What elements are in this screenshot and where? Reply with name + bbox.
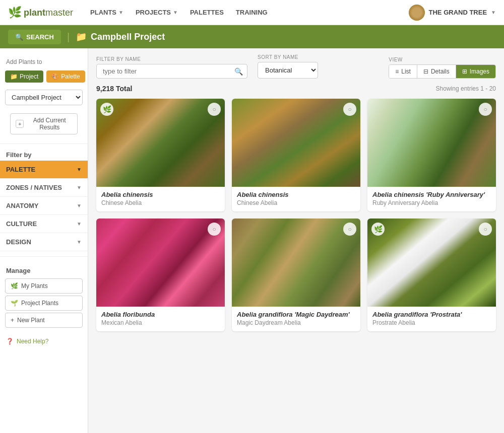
plant-info: Abelia chinensis Chinese Abelia [232,187,360,211]
new-plant-plus-icon: + [11,317,14,324]
palette-filter-arrow-icon: ▼ [77,167,82,172]
top-nav: 🌿 plantmaster PLANTS ▼ PROJECTS ▼ PALETT… [0,0,504,25]
add-plants-label: Add Plants to [0,54,88,67]
plant-info: Abelia chinensis 'Ruby Anniversary' Ruby… [367,187,496,211]
sidebar: Add Plants to 📁 Project 🎨 Palette Campbe… [0,48,88,433]
plant-card[interactable]: ○ Abelia chinensis 'Ruby Anniversary' Ru… [367,99,496,211]
palette-icon: 🎨 [51,73,59,80]
project-select[interactable]: Campbell Project [5,90,83,105]
list-icon: ≡ [395,68,399,75]
my-plants-button[interactable]: 🌿 My Plants [5,278,83,294]
main-layout: Add Plants to 📁 Project 🎨 Palette Campbe… [0,48,504,433]
filter-by-name-group: FILTER BY NAME 🔍 [96,56,247,79]
filter-palette[interactable]: PALETTE ▼ [0,161,88,179]
plant-botanical-name: Abelia grandiflora 'Magic Daydream' [237,311,355,318]
plant-info: Abelia floribunda Mexican Abelia [96,307,225,331]
filter-by-label: Filter by [0,149,88,161]
logo[interactable]: 🌿 plantmaster [8,6,73,19]
results-info: 9,218 Total Showing entries 1 - 20 [96,85,496,93]
user-arrow-icon: ▼ [491,10,496,15]
plant-add-icon[interactable]: ○ [343,223,356,236]
results-total: 9,218 Total [96,85,132,93]
add-current-results-button[interactable]: + Add Current Results [10,113,78,134]
logo-leaf-icon: 🌿 [8,6,22,19]
filter-design[interactable]: DESIGN ▼ [0,233,88,251]
nav-training[interactable]: TRAINING [231,6,273,19]
view-images-button[interactable]: ⊞ Images [456,65,495,78]
add-to-palette-button[interactable]: 🎨 Palette [46,70,85,83]
filter-culture[interactable]: CULTURE ▼ [0,215,88,233]
plant-add-icon[interactable]: ○ [208,103,221,116]
plant-image: 🌿 ○ [367,219,496,307]
culture-filter-arrow-icon: ▼ [77,221,82,227]
nav-plants[interactable]: PLANTS ▼ [85,6,129,19]
plant-common-name: Prostrate Abelia [372,319,491,326]
current-project-label: 📁 Campbell Project [76,31,165,42]
plant-leaf-icon: 🌿 [371,223,385,236]
help-icon: ❓ [6,338,14,345]
anatomy-filter-arrow-icon: ▼ [77,203,82,208]
plant-leaf-icon: 🌿 [100,103,113,116]
view-details-button[interactable]: ⊟ Details [417,65,456,78]
filter-by-name-label: FILTER BY NAME [96,56,247,62]
filter-zones-natives[interactable]: ZONES / NATIVES ▼ [0,179,88,197]
view-label: VIEW [389,57,496,62]
plant-add-icon[interactable]: ○ [343,103,356,116]
plant-add-icon[interactable]: ○ [479,103,492,116]
project-plants-icon: 🌱 [11,300,18,307]
nav-projects[interactable]: PROJECTS ▼ [131,6,183,19]
folder-small-icon: 📁 [10,73,18,80]
plant-botanical-name: Abelia chinensis 'Ruby Anniversary' [372,191,491,198]
plant-card[interactable]: ○ Abelia chinensis Chinese Abelia [232,99,360,211]
user-menu[interactable]: THE GRAND TREE ▼ [409,5,496,21]
add-plants-btns: 📁 Project 🎨 Palette [0,67,88,86]
plant-card[interactable]: 🌿 ○ Abelia grandiflora 'Prostrata' Prost… [367,219,496,331]
user-avatar [409,5,425,21]
filter-input[interactable] [101,64,234,78]
plant-image: ○ [232,219,360,307]
plant-add-icon[interactable]: ○ [208,223,221,236]
plant-botanical-name: Abelia grandiflora 'Prostrata' [372,311,491,318]
plant-info: Abelia grandiflora 'Magic Daydream' Magi… [232,307,360,331]
plant-info: Abelia grandiflora 'Prostrata' Prostrate… [367,307,496,331]
plant-image: ○ [232,99,360,187]
search-bar: 🔍 SEARCH | 📁 Campbell Project [0,25,504,48]
new-plant-button[interactable]: + New Plant [5,313,83,328]
filter-toolbar: FILTER BY NAME 🔍 SORT BY NAME Botanical … [96,54,496,79]
project-select-wrap: Campbell Project [0,86,88,109]
nav-items: PLANTS ▼ PROJECTS ▼ PALETTES TRAINING [85,6,409,19]
plant-common-name: Magic Daydream Abelia [237,319,355,326]
filter-anatomy[interactable]: ANATOMY ▼ [0,197,88,215]
plant-image: ○ [96,219,225,307]
nav-palettes[interactable]: PALETTES [185,6,229,19]
user-name: THE GRAND TREE [429,9,487,16]
plant-common-name: Ruby Anniversary Abelia [372,199,491,206]
plant-common-name: Chinese Abelia [101,199,220,206]
plant-card[interactable]: ○ Abelia grandiflora 'Magic Daydream' Ma… [232,219,360,331]
plant-card[interactable]: ○ Abelia floribunda Mexican Abelia [96,219,225,331]
add-to-project-button[interactable]: 📁 Project [5,70,43,83]
plant-card[interactable]: 🌿 ○ Abelia chinensis Chinese Abelia [96,99,225,211]
sort-by-group: SORT BY NAME Botanical [258,54,318,79]
search-button[interactable]: 🔍 SEARCH [8,30,61,44]
sort-by-label: SORT BY NAME [258,54,318,60]
plant-common-name: Mexican Abelia [101,319,220,326]
images-icon: ⊞ [462,68,467,75]
manage-label: Manage [0,262,88,276]
plant-common-name: Chinese Abelia [237,199,355,206]
plant-add-icon[interactable]: ○ [479,223,492,236]
view-buttons: ≡ List ⊟ Details ⊞ Images [389,64,496,79]
content-area: FILTER BY NAME 🔍 SORT BY NAME Botanical … [88,48,504,433]
plant-botanical-name: Abelia chinensis [101,191,220,198]
sidebar-divider [0,143,88,144]
zones-filter-arrow-icon: ▼ [77,185,82,190]
plants-arrow-icon: ▼ [118,10,123,15]
filter-search-icon: 🔍 [234,67,243,76]
plant-image: 🌿 ○ [96,99,225,187]
search-separator: | [67,31,70,43]
sort-select[interactable]: Botanical [258,62,318,79]
help-link[interactable]: ❓ Need Help? [0,330,88,353]
view-list-button[interactable]: ≡ List [389,65,417,78]
project-plants-button[interactable]: 🌱 Project Plants [5,296,83,311]
view-group: VIEW ≡ List ⊟ Details ⊞ Images [389,57,496,79]
